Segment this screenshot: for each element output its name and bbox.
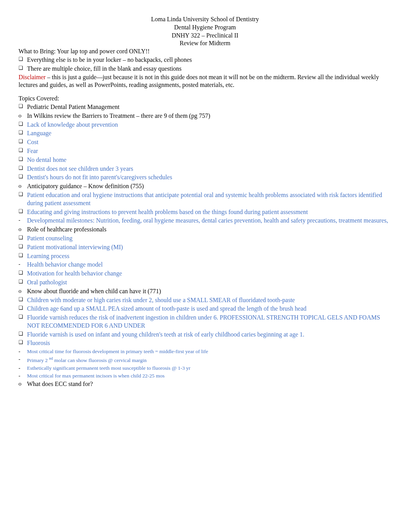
bullet-icon: ❑ (19, 165, 27, 172)
circle-bullet-icon: o (19, 287, 27, 295)
anticipatory-heading: o Anticipatory guidance – Know definitio… (19, 182, 391, 191)
list-item: -Most critical time for fluorosis develo… (19, 348, 391, 355)
bring-b1-text: Everything else is to be in your locker … (27, 56, 391, 64)
bullet-icon: ❑ (19, 243, 27, 250)
role-text: Patient motivational interviewing (MI) (27, 243, 391, 252)
anticipatory-text: Patient education and oral hygiene instr… (27, 191, 391, 207)
fluoride-text: Children age 6and up a SMALL PEA sized a… (27, 305, 391, 313)
fluoride-text: Fluoride varnish reduces the risk of ina… (27, 314, 391, 330)
role-text: Patient counseling (27, 235, 391, 243)
barrier-text: Fear (27, 147, 391, 155)
list-item: ❑Dentist's hours do not fit into parent'… (19, 173, 391, 182)
list-item: ❑Learning process (19, 252, 391, 261)
fluorosis-sub-text: Most critical time for fluorosis develop… (27, 348, 391, 355)
bullet-icon: ❑ (19, 339, 27, 346)
list-item: ❑Children age 6and up a SMALL PEA sized … (19, 304, 391, 313)
role-text: Motivation for health behavior change (27, 270, 391, 278)
bring-bullet-1: ❑ Everything else is to be in your locke… (19, 56, 391, 65)
barrier-text: Language (27, 129, 391, 138)
bullet-icon: ❑ (19, 252, 27, 259)
dash-icon: - (19, 261, 27, 268)
list-item: ❑Fluoride varnish is used on infant and … (19, 330, 391, 339)
list-item: ❑Oral pathologist (19, 278, 391, 287)
barriers-title: In Wilkins review the Barriers to Treatm… (27, 112, 391, 120)
list-item: ❑Patient motivational interviewing (MI) (19, 243, 391, 252)
fluorosis-sub-text: Most critical for max permanent incisors… (27, 372, 391, 379)
list-item: ❑Motivation for health behavior change (19, 269, 391, 278)
list-item: -Primary 2 nd molar can show fluorosis @… (19, 355, 391, 364)
barriers-heading: o In Wilkins review the Barriers to Trea… (19, 112, 391, 121)
bullet-icon: ❑ (19, 296, 27, 303)
bullet-icon: ❑ (19, 65, 27, 71)
bullet-icon: ❑ (19, 331, 27, 337)
anticipatory-title: Anticipatory guidance – Know definition … (27, 182, 391, 190)
header-l3: DNHY 322 – Preclinical II (19, 32, 391, 40)
bullet-icon: ❑ (19, 129, 27, 136)
bullet-icon: ❑ (19, 103, 27, 110)
topics-label: Topics Covered: (19, 95, 391, 103)
pediatric-heading: ❑ Pediatric Dental Patient Management (19, 103, 391, 112)
role-title: Role of healthcare professionals (27, 226, 391, 234)
list-item: ❑Language (19, 129, 391, 138)
fluorosis-b-pre: Primary 2 (27, 357, 49, 363)
bullet-icon: ❑ (19, 173, 27, 180)
header-l2: Dental Hygiene Program (19, 24, 391, 32)
circle-bullet-icon: o (19, 112, 27, 120)
barrier-text: Dentist's hours do not fit into parent's… (27, 173, 391, 182)
pediatric-title: Pediatric Dental Patient Management (27, 103, 391, 111)
bullet-icon: ❑ (19, 191, 27, 198)
list-item: -Most critical for max permanent incisor… (19, 372, 391, 380)
bring-bullet-2: ❑ There are multiple choice, fill in the… (19, 65, 391, 73)
list-item: -Health behavior change model (19, 260, 391, 269)
dash-icon: - (19, 365, 27, 372)
fluoride-text: Fluoride varnish is used on infant and y… (27, 331, 391, 339)
bullet-icon: ❑ (19, 156, 27, 163)
bring-b2-text: There are multiple choice, fill in the b… (27, 65, 391, 73)
bullet-icon: ❑ (19, 208, 27, 215)
dash-icon: - (19, 348, 27, 355)
spacer (19, 89, 391, 95)
doc-header: Loma Linda University School of Dentistr… (19, 15, 391, 48)
list-item: ❑Fluoride varnish reduces the risk of in… (19, 313, 391, 330)
bullet-icon: ❑ (19, 305, 27, 311)
fluorosis-sub-text: Esthetically significant permanent teeth… (27, 365, 391, 372)
circle-bullet-icon: o (19, 182, 27, 190)
list-item: ❑Lack of knowledge about prevention (19, 121, 391, 129)
fluoride-title: Know about fluoride and when child can h… (27, 287, 391, 296)
list-item: -Developmental milestones: Nutrition, fe… (19, 216, 391, 225)
list-item: ❑Fluorosis (19, 339, 391, 348)
dash-icon: - (19, 217, 27, 224)
disclaimer-paragraph: Disclaimer – this is just a guide—just b… (19, 73, 391, 90)
list-item: ❑Educating and giving instructions to pr… (19, 208, 391, 217)
bullet-icon: ❑ (19, 147, 27, 154)
bullet-icon: ❑ (19, 56, 27, 63)
ecc-title: What does ECC stand for? (27, 380, 391, 388)
bullet-icon: ❑ (19, 279, 27, 285)
list-item: ❑Patient education and oral hygiene inst… (19, 191, 391, 208)
role-text: Learning process (27, 252, 391, 260)
dash-icon: - (19, 356, 27, 363)
list-item: ❑Patient counseling (19, 234, 391, 243)
list-item: ❑Fear (19, 147, 391, 156)
dash-icon: - (19, 372, 27, 379)
disclaimer-rest: – this is just a guide—just because it i… (19, 74, 379, 88)
list-item: ❑Dentist does not see children under 3 y… (19, 165, 391, 173)
role-text: Oral pathologist (27, 279, 391, 287)
circle-bullet-icon: o (19, 380, 27, 388)
barrier-text: Cost (27, 138, 391, 146)
disclaimer-word: Disclaimer (19, 74, 46, 80)
fluorosis-b-post: molar can show fluorosis @ cervical marg… (53, 357, 147, 363)
what-to-bring-label: What to Bring: Your lap top and power co… (19, 48, 391, 56)
barrier-text: No dental home (27, 156, 391, 164)
ecc-heading: o What does ECC stand for? (19, 380, 391, 389)
anticipatory-sub-text: Developmental milestones: Nutrition, fee… (27, 217, 391, 225)
fluoride-text: Fluorosis (27, 339, 391, 347)
list-item: ❑No dental home (19, 156, 391, 165)
fluorosis-b-sup: nd (49, 356, 53, 360)
bullet-icon: ❑ (19, 138, 27, 145)
list-item: ❑Children with moderate or high caries r… (19, 296, 391, 305)
bullet-icon: ❑ (19, 235, 27, 241)
header-l1: Loma Linda University School of Dentistr… (19, 15, 391, 24)
role-sub-text: Health behavior change model (27, 261, 391, 269)
header-l4: Review for Midterm (19, 39, 391, 48)
